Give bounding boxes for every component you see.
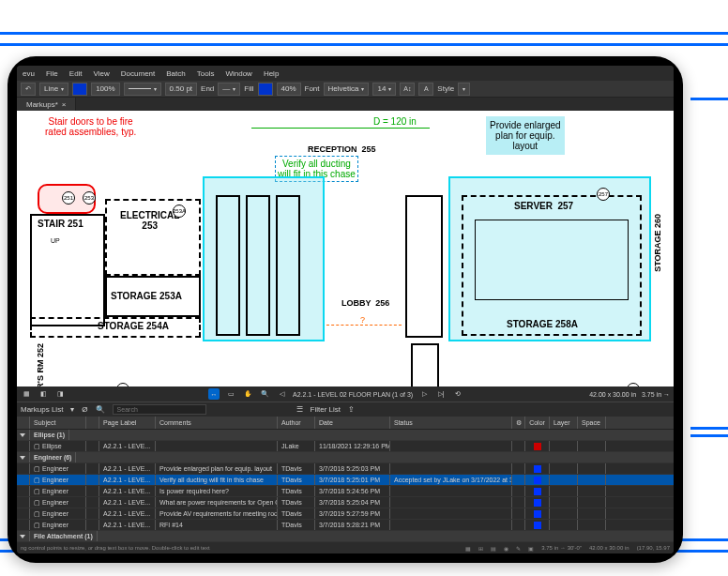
group-row[interactable]: Ellipse (1) <box>17 430 674 441</box>
refresh-icon[interactable]: ⟲ <box>452 388 463 400</box>
room-stair <box>30 214 105 326</box>
group-row[interactable]: Engineer (6) <box>17 452 674 463</box>
room-lobby-label: LOBBY 256 <box>341 298 389 308</box>
question-mark: ? <box>360 315 365 325</box>
drawing-canvas[interactable]: D = 120 in RECEPTION 255 Stair doors to … <box>17 111 674 387</box>
strikethrough-icon[interactable]: Ø <box>82 405 87 414</box>
question-dimension[interactable] <box>326 325 402 326</box>
next-page-icon[interactable]: ▷ <box>418 388 430 400</box>
markup-row[interactable]: ▢ EngineerA2.2.1 - LEVE...Is power requi… <box>17 486 674 497</box>
col-layer[interactable]: Layer <box>550 417 578 429</box>
document-toolbar: ▦ ◧ ◨ ↔ ▭ ✋ 🔍 ◁ A2.2.1 - LEVEL 02 FLOOR … <box>17 387 674 402</box>
select-icon[interactable]: ▭ <box>225 388 236 400</box>
document-tabs: Markups*× <box>17 98 674 111</box>
menu-view[interactable]: View <box>94 69 110 78</box>
size-display: 42.00 x 30.00 in <box>589 545 629 551</box>
stroke-width[interactable]: 0.50 pt <box>165 83 197 96</box>
duct-right-2 <box>411 343 439 387</box>
duct-right-1 <box>405 195 443 338</box>
tag-253a: 253A <box>173 205 186 218</box>
room-storage258a-label: STORAGE 258A <box>507 319 578 329</box>
callout-stair-doors[interactable]: Stair doors to be fire rated assemblies,… <box>45 116 136 137</box>
zoom-icon[interactable]: 🔍 <box>259 388 270 400</box>
duct-1 <box>216 195 240 336</box>
last-page-icon[interactable]: ▷| <box>435 388 447 400</box>
prev-page-icon[interactable]: ◁ <box>276 388 287 400</box>
col-page[interactable]: Page Label <box>99 417 156 429</box>
menu-help[interactable]: Help <box>264 69 279 78</box>
color-swatch[interactable] <box>72 83 87 96</box>
stroke-style[interactable]: ▾ <box>124 83 161 96</box>
font-label: Font <box>305 84 320 93</box>
markups-title: Markups List <box>21 405 63 414</box>
col-space[interactable]: Space <box>578 417 606 429</box>
menu-edit[interactable]: Edit <box>69 69 83 78</box>
app-screen: evuFileEditViewDocumentBatchToolsWindowH… <box>17 66 674 553</box>
font-size[interactable]: 14▾ <box>372 83 396 96</box>
markup-row[interactable]: ▢ EngineerA2.2.1 - LEVE...RFI #14TDavis3… <box>17 520 674 531</box>
menu-tools[interactable]: Tools <box>197 69 215 78</box>
markup-row[interactable]: ▢ EngineerA2.2.1 - LEVE...Verify all duc… <box>17 475 674 486</box>
menu-evu[interactable]: evu <box>23 69 35 78</box>
tab-markups[interactable]: Markups*× <box>17 98 76 111</box>
chevron-down-icon[interactable]: ▾ <box>70 405 74 414</box>
filter-button[interactable]: Filter List <box>311 405 341 414</box>
col-author[interactable]: Author <box>278 417 315 429</box>
markup-row[interactable]: ▢ EllipseA2.2.1 - LEVE...JLake11/18/2021… <box>17 441 674 452</box>
panel-icon-2[interactable]: ◨ <box>54 388 66 400</box>
fill-label: Fill <box>244 84 253 93</box>
page-name: A2.2.1 - LEVEL 02 FLOOR PLAN (1 of 3) <box>293 391 413 398</box>
panel-toggle-icon[interactable]: ▦ <box>21 388 32 400</box>
line-select[interactable]: Line▾ <box>39 83 68 96</box>
room-rs-rm-label: R'S RM 252 <box>36 343 45 387</box>
font-family[interactable]: Helvetica▾ <box>324 83 370 96</box>
col-status[interactable]: Status <box>390 417 512 429</box>
style-select[interactable]: ▾ <box>458 83 470 96</box>
callout-enlarged-plan[interactable]: Provide enlarged plan for equip. layout <box>486 116 565 155</box>
markup-row[interactable]: ▢ EngineerA2.2.1 - LEVE...What are power… <box>17 497 674 508</box>
markup-row[interactable]: ▢ EngineerA2.2.1 - LEVE...Provide AV req… <box>17 508 674 520</box>
menu-document[interactable]: Document <box>121 69 155 78</box>
style-label: Style <box>437 84 454 93</box>
opacity[interactable]: 40% <box>277 83 301 96</box>
tag-251: 251 <box>62 191 75 205</box>
sb-icon[interactable]: ✎ <box>516 545 521 552</box>
text-align-icon[interactable]: A↕ <box>400 83 415 96</box>
room-storage253a-label: STORAGE 253A <box>111 291 182 301</box>
col-subject[interactable]: Subject <box>30 417 86 429</box>
pan-icon[interactable]: ✋ <box>242 388 253 400</box>
sb-icon[interactable]: ▤ <box>491 545 496 552</box>
sb-icon[interactable]: ▦ <box>465 545 471 552</box>
sb-icon[interactable]: ⊞ <box>478 545 483 552</box>
coord-display: (17.90, 15.97 <box>637 545 670 551</box>
zoom-select[interactable]: 100% <box>91 83 119 96</box>
tag-254a: 254A <box>116 383 129 387</box>
duct-2 <box>246 195 270 336</box>
col-comments[interactable]: Comments <box>156 417 278 429</box>
undo-icon[interactable]: ↶ <box>21 83 36 96</box>
end-cap[interactable]: —▾ <box>218 83 240 96</box>
export-icon[interactable]: ⇪ <box>348 405 355 414</box>
sb-icon[interactable]: ◉ <box>504 545 508 552</box>
menu-batch[interactable]: Batch <box>166 69 185 78</box>
room-storage254a-label: STORAGE 254A <box>98 321 169 331</box>
markup-row[interactable]: ▢ EngineerA2.2.1 - LEVE...Provide enlarg… <box>17 463 674 475</box>
dimension-text[interactable]: D = 120 in <box>373 116 417 127</box>
decor-bar <box>0 43 728 46</box>
cursor-icon[interactable]: ↔ <box>208 388 220 400</box>
dimension-line[interactable] <box>251 128 430 129</box>
close-icon[interactable]: × <box>62 100 67 109</box>
fill-swatch[interactable] <box>258 83 273 96</box>
panel-icon[interactable]: ◧ <box>38 388 49 400</box>
room-storage260-label: STORAGE 260 <box>653 214 662 272</box>
text-color-icon[interactable]: A <box>418 83 433 96</box>
col-date[interactable]: Date <box>315 417 390 429</box>
sb-icon[interactable]: ▣ <box>528 545 534 552</box>
decor-bar <box>0 32 728 35</box>
search-input[interactable] <box>113 404 206 415</box>
menu-file[interactable]: File <box>46 69 58 78</box>
group-row[interactable]: File Attachment (1) <box>17 531 674 542</box>
col-color[interactable]: Color <box>525 417 550 429</box>
menu-window[interactable]: Window <box>225 69 251 78</box>
room-stair-label: STAIR 251 <box>38 219 83 229</box>
